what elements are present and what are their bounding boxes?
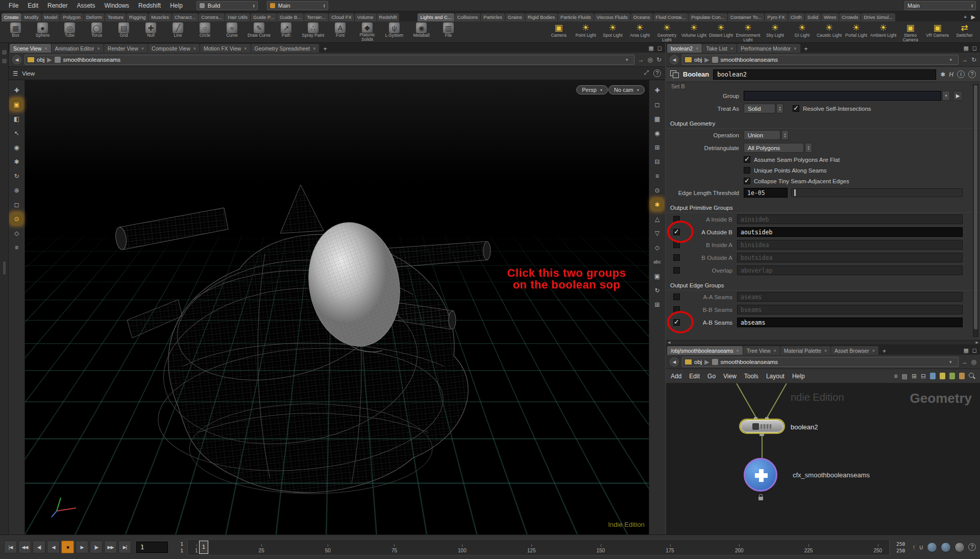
shelf-tool-button[interactable]: ↗ Path [273,22,300,42]
network-menu-item[interactable]: Layout [766,373,785,380]
group-enable-checkbox[interactable] [673,306,680,313]
viewport-display-icon[interactable]: ≡ [651,170,663,182]
viewport-tool-icon[interactable]: ↖ [11,127,22,139]
pane-maximize-icon[interactable]: ▦ [963,347,968,354]
group-name-field[interactable]: bseams [737,305,963,314]
shelf-tool-button[interactable]: ☀ Portal Light [843,22,870,42]
network-menu-item[interactable]: Tools [744,373,758,380]
shelf-tool-button[interactable]: ▣ Stereo Camera [897,22,924,42]
shelf-tab[interactable]: Volume [355,13,376,21]
viewport-display-icon[interactable]: △ [651,213,663,225]
menu-item[interactable]: Help [165,1,187,10]
shelf-tool-button[interactable]: ◎ Tube [56,22,83,42]
up-arrow-icon[interactable]: ↑ [912,544,915,551]
transport-button[interactable]: |◀ [4,541,17,553]
parameter-h-scrollbar[interactable]: ◀ ▶ [666,340,980,345]
close-tab-icon[interactable]: × [774,348,776,353]
transport-button[interactable]: ◀ [47,541,60,553]
desktop-selector[interactable]: Build ▴▾ [197,1,258,10]
shelf-tool-button[interactable]: ╱ Line [164,22,191,42]
shelf-tool-button[interactable]: ψ L-System [381,22,408,42]
shelf-tool-button[interactable]: ⇄ Switcher [951,22,978,42]
viewport-tool-icon[interactable]: ◉ [11,141,22,153]
viewport-tool-icon[interactable]: ≡ [11,241,22,253]
spinner-arrows-icon[interactable]: ▴▾ [781,130,789,140]
viewport-display-icon[interactable]: ⊞ [651,141,663,153]
shelf-tab[interactable]: Grains [505,13,525,21]
menu-item[interactable]: File [4,1,23,10]
menu-item[interactable]: Render [43,1,72,10]
group-name-field[interactable]: ainsideb [737,214,963,224]
shelf-tool-button[interactable]: ☀ GI Light [789,22,816,42]
viewport-tool-icon[interactable]: ↻ [11,170,22,182]
group-dropdown-button[interactable]: ▾ [942,91,950,101]
shelf-tab[interactable]: Viscous Fluids [594,13,630,21]
group-name-field[interactable]: aoutsideb [737,227,963,237]
pane-tab[interactable]: Geometry Spreadsheet × [251,44,320,53]
close-tab-icon[interactable]: × [44,46,47,51]
shelf-tab[interactable]: Modify [22,13,41,21]
transport-button[interactable]: |▶ [90,541,103,553]
close-tab-icon[interactable]: × [193,46,196,51]
pane-tab[interactable]: Scene View × [10,44,51,53]
node-name-field[interactable]: boolean2 [713,69,936,80]
viewport-display-icon[interactable]: ⊞ [651,299,663,310]
shelf-tab[interactable]: Fluid Contai... [653,13,689,21]
group-enable-checkbox[interactable] [673,294,680,300]
shelf-tool-button[interactable]: ▣ VR Camera [924,22,951,42]
playback-options-button[interactable] [954,542,965,552]
help-icon[interactable]: ? [653,69,661,77]
shelf-tab[interactable]: Model [42,13,60,21]
group-pick-arrow-button[interactable]: ▶ [953,91,963,101]
add-shelf-tab-button[interactable]: + [964,14,967,20]
back-button[interactable]: ◀ [670,357,679,367]
back-button[interactable]: ◀ [12,55,21,64]
shelf-tool-button[interactable]: ∴ Spray Paint [300,22,327,42]
spinner-arrows-icon[interactable]: ▴▾ [805,143,812,153]
group-input[interactable] [744,91,941,101]
shelf-tool-button[interactable]: ✎ Draw Curve [246,22,273,42]
breadcrumb[interactable]: obj ▶ smoothbooleanseams ▾ [682,357,959,367]
scroll-left-icon[interactable]: ◀ [668,341,670,345]
network-menu-item[interactable]: Add [671,373,681,380]
close-tab-icon[interactable]: × [737,348,739,353]
network-menu-item[interactable]: Go [707,373,716,380]
spinner-arrows-icon[interactable]: ▴▾ [776,104,783,113]
network-menu-item[interactable]: View [723,373,737,380]
pane-tab[interactable]: Asset Browser × [831,346,878,355]
shelf-tab[interactable]: Rigid Bodies [525,13,557,21]
pane-tab[interactable]: Animation Editor × [52,44,104,53]
columns-icon[interactable]: ⊟ [921,373,926,380]
toggle-checkbox[interactable] [744,156,750,163]
shelf-tool-button[interactable]: ◆ Platonic Solids [354,22,381,42]
pin-icon[interactable]: → [638,56,644,63]
breadcrumb-dropdown-icon[interactable]: ▾ [622,55,632,64]
edge-length-threshold-field[interactable]: 1e-05 [744,188,788,198]
search-icon[interactable] [969,373,975,379]
expand-icon[interactable]: ⤢ [644,69,649,77]
target-icon[interactable]: ◎ [647,56,652,63]
viewport-display-icon[interactable]: ▽ [651,227,663,239]
shelf-tab[interactable]: Guide B... [277,13,304,21]
target-icon[interactable]: ◎ [971,358,976,366]
shelf-tool-button[interactable]: ▤ Grid [110,22,137,42]
pin-icon[interactable]: → [962,56,968,63]
shelf-tool-button[interactable]: ✚ Null [137,22,164,42]
toggle-checkbox[interactable] [744,167,750,174]
help-icon[interactable]: ? [968,70,976,78]
global-animation-toggle[interactable] [927,542,937,552]
viewport-display-icon[interactable]: ◇ [651,241,663,253]
shelf-tool-button[interactable]: A Font [327,22,354,42]
shelf-tool-button[interactable]: ☀ Spot Light [599,22,626,42]
breadcrumb-node[interactable]: smoothbooleanseams [721,359,778,365]
help-icon[interactable]: ? [968,543,976,551]
viewport-tool-icon[interactable]: ▣ [11,99,22,110]
viewport-display-icon[interactable]: ✚ [651,84,663,96]
close-tab-icon[interactable]: × [794,46,796,51]
scroll-right-icon[interactable]: ▶ [976,341,978,345]
network-menu-item[interactable]: Edit [689,373,700,380]
pane-tab[interactable]: boolean2 × [667,44,702,53]
shelf-tab[interactable]: Create [2,13,21,21]
scrollbar-thumb[interactable] [974,85,977,329]
shelf-tab[interactable]: Redshift [377,13,400,21]
